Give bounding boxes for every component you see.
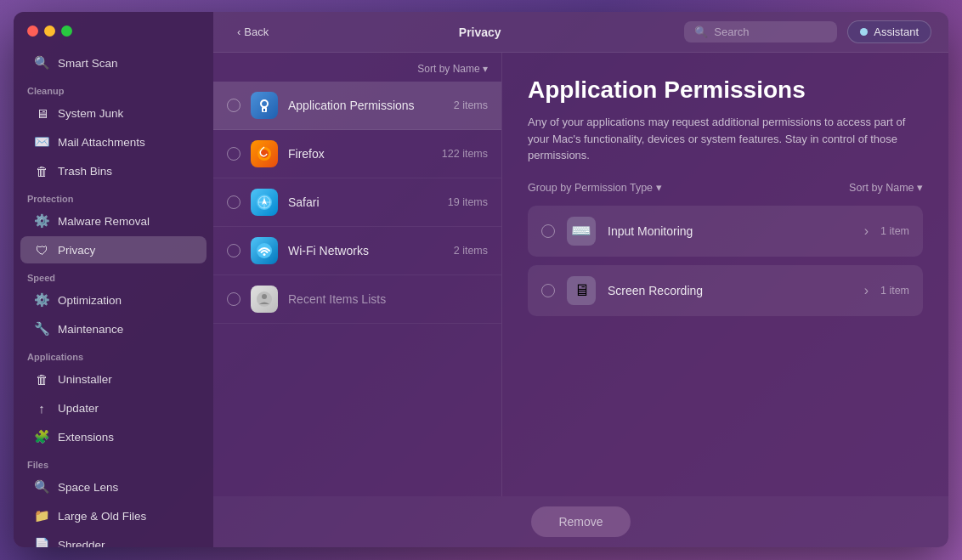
svg-point-13 [262, 294, 267, 299]
mail-icon: ✉️ [34, 134, 49, 150]
uninstaller-icon: 🗑 [34, 371, 49, 387]
app-icon-firefox [251, 140, 278, 167]
sidebar-item-trash-bins[interactable]: 🗑 Trash Bins [20, 157, 207, 184]
search-box[interactable]: 🔍 [684, 21, 837, 42]
detail-description: Any of your applications may request add… [528, 114, 923, 164]
window-controls [14, 25, 213, 48]
list-radio[interactable] [227, 292, 240, 306]
app-icon-recent [251, 286, 278, 313]
sidebar-item-label: Extensions [58, 431, 114, 444]
svg-point-0 [261, 100, 268, 107]
content-area: Sort by Name ▾ Application Permissions 2… [213, 53, 948, 496]
sidebar: 🔍 Smart Scan Cleanup 🖥 System Junk ✉️ Ma… [14, 12, 213, 547]
app-icon-wifi [251, 237, 278, 264]
assistant-button[interactable]: Assistant [847, 20, 931, 43]
sidebar-item-space-lens[interactable]: 🔍 Space Lens [20, 473, 207, 501]
perm-name: Input Monitoring [608, 224, 852, 238]
perm-radio[interactable] [541, 224, 555, 238]
minimize-button[interactable] [44, 25, 55, 37]
sidebar-item-shredder[interactable]: 📄 Shredder [20, 531, 207, 547]
group-header: Group by Permission Type ▾ Sort by Name … [528, 181, 923, 194]
perm-count: 1 item [880, 285, 909, 297]
sidebar-item-uninstaller[interactable]: 🗑 Uninstaller [20, 365, 207, 393]
sidebar-item-label: Uninstaller [58, 373, 112, 386]
back-button[interactable]: ‹ Back [230, 22, 275, 42]
smart-scan-icon: 🔍 [34, 55, 49, 71]
assistant-label: Assistant [874, 25, 919, 38]
search-input[interactable] [714, 25, 816, 38]
section-cleanup: Cleanup [14, 77, 213, 99]
sidebar-item-privacy[interactable]: 🛡 Privacy [20, 236, 207, 263]
list-item-count: 122 items [442, 148, 488, 160]
list-sort-header[interactable]: Sort by Name ▾ [213, 53, 501, 82]
section-protection: Protection [14, 185, 213, 206]
assistant-dot-icon [860, 28, 868, 36]
list-item-count: 2 items [454, 245, 488, 257]
malware-icon: ⚙️ [34, 213, 49, 229]
perm-radio[interactable] [541, 284, 555, 297]
list-item-name: Recent Items Lists [288, 292, 488, 306]
main-area: ‹ Back Privacy 🔍 Assistant Sort by Name … [213, 12, 948, 547]
input-monitoring-icon: ⌨️ [567, 217, 596, 246]
screen-recording-icon: 🖥 [567, 276, 596, 305]
list-item-count: 2 items [454, 99, 488, 111]
list-item[interactable]: Firefox 122 items [213, 130, 501, 178]
large-files-icon: 📁 [34, 508, 49, 523]
sort-label: Sort by Name ▾ [417, 63, 488, 75]
chevron-right-icon: › [864, 283, 869, 298]
list-item-name: Wi-Fi Networks [288, 244, 444, 257]
list-item-name: Safari [288, 195, 438, 209]
list-item[interactable]: Wi-Fi Networks 2 items [213, 227, 501, 275]
remove-button[interactable]: Remove [531, 506, 630, 537]
sidebar-item-label: Updater [58, 402, 99, 415]
trash-icon: 🗑 [34, 163, 49, 178]
svg-rect-2 [263, 109, 265, 111]
svg-point-11 [263, 253, 266, 256]
list-panel: Sort by Name ▾ Application Permissions 2… [213, 53, 502, 496]
list-item[interactable]: Application Permissions 2 items [213, 82, 501, 130]
section-files: Files [14, 451, 213, 472]
sidebar-item-maintenance[interactable]: 🔧 Maintenance [20, 315, 207, 342]
perm-count: 1 item [880, 225, 909, 237]
header-title: Privacy [286, 25, 674, 39]
list-radio[interactable] [227, 99, 240, 112]
sidebar-item-system-junk[interactable]: 🖥 System Junk [20, 99, 207, 127]
chevron-right-icon: › [864, 223, 869, 239]
sidebar-item-label: Optimization [58, 294, 122, 307]
sidebar-item-label: Shredder [58, 539, 105, 548]
section-speed: Speed [14, 264, 213, 286]
optimization-icon: ⚙️ [34, 292, 49, 308]
app-icon-permissions [251, 92, 278, 119]
sidebar-item-optimization[interactable]: ⚙️ Optimization [20, 286, 207, 314]
sidebar-item-extensions[interactable]: 🧩 Extensions [20, 423, 207, 450]
sidebar-item-mail-attachments[interactable]: ✉️ Mail Attachments [20, 128, 207, 156]
sidebar-item-label: System Junk [58, 107, 123, 120]
list-item[interactable]: Safari 19 items [213, 178, 501, 227]
permission-row[interactable]: ⌨️ Input Monitoring › 1 item [528, 206, 923, 257]
sidebar-item-large-old-files[interactable]: 📁 Large & Old Files [20, 502, 207, 529]
close-button[interactable] [27, 25, 38, 37]
space-lens-icon: 🔍 [34, 479, 49, 495]
permission-row[interactable]: 🖥 Screen Recording › 1 item [528, 265, 923, 316]
list-radio[interactable] [227, 147, 240, 161]
sidebar-item-label: Maintenance [58, 323, 123, 336]
list-radio[interactable] [227, 195, 240, 209]
sidebar-item-updater[interactable]: ↑ Updater [20, 394, 207, 421]
group-by-label[interactable]: Group by Permission Type ▾ [528, 181, 662, 194]
app-icon-safari [251, 189, 278, 216]
sidebar-item-smart-scan[interactable]: 🔍 Smart Scan [20, 49, 207, 76]
extensions-icon: 🧩 [34, 429, 49, 444]
list-item-count: 19 items [448, 196, 488, 208]
maximize-button[interactable] [61, 25, 72, 37]
sidebar-item-label: Privacy [58, 244, 95, 257]
list-item[interactable]: Recent Items Lists [213, 275, 501, 324]
sidebar-item-label: Space Lens [58, 481, 118, 494]
privacy-icon: 🛡 [34, 242, 49, 257]
sidebar-item-malware-removal[interactable]: ⚙️ Malware Removal [20, 207, 207, 235]
back-label: Back [244, 25, 269, 38]
list-radio[interactable] [227, 244, 240, 257]
sort-by-label[interactable]: Sort by Name ▾ [849, 181, 923, 194]
list-item-name: Firefox [288, 147, 432, 161]
search-icon: 🔍 [694, 25, 708, 38]
detail-panel: Application Permissions Any of your appl… [502, 53, 948, 496]
